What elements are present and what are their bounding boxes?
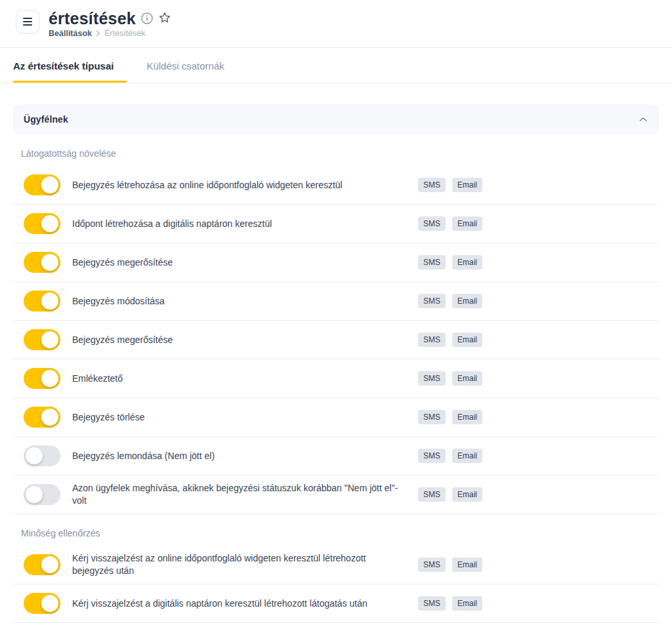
channel-badges: SMSEmail bbox=[418, 487, 482, 502]
notification-row: Bejegyzés módosításaSMSEmail bbox=[13, 282, 659, 321]
channel-badge-email: Email bbox=[452, 487, 482, 502]
channel-badge-sms: SMS bbox=[418, 294, 446, 308]
tab-bar: Az értesítések típusai Küldési csatornák bbox=[0, 48, 672, 83]
notification-groups: Látogatottság növeléseBejegyzés létrehoz… bbox=[13, 148, 659, 623]
title-block: értesítések Beállítások Értesítések bbox=[49, 10, 171, 38]
channel-badge-email: Email bbox=[452, 557, 482, 572]
notification-row-label: Bejegyzés megerősítése bbox=[72, 256, 405, 269]
breadcrumb: Beállítások Értesítések bbox=[49, 29, 171, 38]
notification-row: Azon ügyfelek meghívása, akiknek bejegyz… bbox=[13, 475, 659, 514]
toggle-switch[interactable] bbox=[24, 484, 60, 505]
section-header-clients[interactable]: Ügyfélnek bbox=[13, 104, 659, 134]
notification-row: Bejegyzés lemondása (Nem jött el)SMSEmai… bbox=[13, 437, 659, 475]
toggle-switch[interactable] bbox=[24, 174, 60, 195]
toggle-switch[interactable] bbox=[24, 445, 60, 466]
channel-badge-email: Email bbox=[452, 178, 482, 192]
hamburger-menu-button[interactable] bbox=[16, 10, 39, 33]
channel-badge-sms: SMS bbox=[418, 178, 446, 192]
notification-row-label: Kérj visszajelzést az online időpontfogl… bbox=[72, 552, 405, 577]
notification-row-label: Azon ügyfelek meghívása, akiknek bejegyz… bbox=[72, 482, 405, 507]
notification-row-label: Kérj visszajelzést a digitális naptáron … bbox=[72, 597, 405, 610]
channel-badges: SMSEmail bbox=[418, 178, 482, 192]
toggle-switch[interactable] bbox=[24, 291, 60, 312]
breadcrumb-current: Értesítések bbox=[104, 29, 146, 38]
toggle-knob bbox=[41, 331, 58, 348]
toggle-knob bbox=[26, 486, 43, 503]
toggle-knob bbox=[41, 556, 58, 573]
tab-notification-types[interactable]: Az értesítések típusai bbox=[13, 48, 127, 83]
toggle-knob bbox=[41, 215, 58, 232]
toggle-switch[interactable] bbox=[24, 329, 60, 350]
toggle-knob bbox=[41, 409, 58, 426]
notification-row-label: Bejegyzés létrehozása az online időpontf… bbox=[72, 179, 405, 192]
channel-badge-email: Email bbox=[452, 449, 482, 463]
notification-row: Bejegyzés megerősítéseSMSEmail bbox=[13, 243, 659, 282]
channel-badges: SMSEmail bbox=[418, 596, 482, 611]
notification-row-label: Bejegyzés törlése bbox=[72, 411, 405, 424]
hamburger-icon bbox=[23, 18, 32, 19]
page-title: értesítések bbox=[49, 10, 136, 27]
channel-badge-sms: SMS bbox=[418, 333, 446, 347]
channel-badge-email: Email bbox=[452, 255, 482, 270]
toggle-switch[interactable] bbox=[24, 213, 60, 234]
toggle-switch[interactable] bbox=[24, 368, 60, 389]
notification-row: Bejegyzés törléseSMSEmail bbox=[13, 398, 659, 437]
channel-badge-sms: SMS bbox=[418, 596, 446, 611]
channel-badge-sms: SMS bbox=[418, 557, 446, 572]
chevron-up-icon bbox=[639, 117, 647, 122]
channel-badge-sms: SMS bbox=[418, 216, 446, 231]
channel-badges: SMSEmail bbox=[418, 294, 482, 308]
toggle-knob bbox=[41, 293, 58, 310]
notification-row: Kérj visszajelzést a digitális naptáron … bbox=[13, 584, 659, 623]
page-header: értesítések Beállítások Értesítések bbox=[0, 0, 672, 47]
breadcrumb-parent[interactable]: Beállítások bbox=[49, 29, 92, 38]
channel-badge-email: Email bbox=[452, 333, 482, 347]
toggle-knob bbox=[41, 595, 58, 612]
notification-row-label: Időpont létrehozása a digitális naptáron… bbox=[72, 218, 405, 230]
notification-row: Kérj visszajelzést az online időpontfogl… bbox=[13, 546, 659, 584]
toggle-switch[interactable] bbox=[24, 554, 60, 575]
notification-row-label: Bejegyzés módosítása bbox=[72, 295, 405, 308]
toggle-knob bbox=[26, 447, 43, 464]
notification-row-label: Bejegyzés megerősítése bbox=[72, 334, 405, 346]
toggle-switch[interactable] bbox=[24, 407, 60, 428]
main-content: Ügyfélnek Látogatottság növeléseBejegyzé… bbox=[0, 104, 672, 623]
toggle-switch[interactable] bbox=[24, 252, 60, 273]
channel-badge-email: Email bbox=[452, 371, 482, 386]
notification-row: Bejegyzés megerősítéseSMSEmail bbox=[13, 321, 659, 359]
group-label: Minőség ellenőrzés bbox=[21, 528, 659, 538]
info-icon[interactable] bbox=[141, 12, 153, 24]
channel-badge-email: Email bbox=[452, 216, 482, 231]
toggle-switch[interactable] bbox=[24, 593, 60, 614]
notification-row: EmlékeztetőSMSEmail bbox=[13, 359, 659, 398]
channel-badge-sms: SMS bbox=[418, 487, 446, 502]
channel-badges: SMSEmail bbox=[418, 255, 482, 270]
toggle-knob bbox=[41, 370, 58, 387]
channel-badge-email: Email bbox=[452, 596, 482, 611]
channel-badges: SMSEmail bbox=[418, 449, 482, 463]
channel-badges: SMSEmail bbox=[418, 333, 482, 347]
toggle-knob bbox=[41, 176, 58, 193]
notification-row-label: Emlékeztető bbox=[72, 373, 405, 385]
chevron-right-icon bbox=[96, 30, 100, 37]
channel-badges: SMSEmail bbox=[418, 371, 482, 386]
notification-row: Időpont létrehozása a digitális naptáron… bbox=[13, 205, 659, 243]
notification-row-label: Bejegyzés lemondása (Nem jött el) bbox=[72, 450, 405, 462]
channel-badge-sms: SMS bbox=[418, 255, 446, 270]
section-title: Ügyfélnek bbox=[24, 114, 68, 125]
channel-badge-email: Email bbox=[452, 410, 482, 424]
channel-badges: SMSEmail bbox=[418, 410, 482, 424]
tab-sending-channels[interactable]: Küldési csatornák bbox=[146, 48, 237, 83]
channel-badges: SMSEmail bbox=[418, 557, 482, 572]
channel-badge-sms: SMS bbox=[418, 371, 446, 386]
channel-badges: SMSEmail bbox=[418, 216, 482, 231]
group-label: Látogatottság növelése bbox=[21, 148, 659, 159]
channel-badge-sms: SMS bbox=[418, 449, 446, 463]
toggle-knob bbox=[41, 254, 58, 271]
channel-badge-email: Email bbox=[452, 294, 482, 308]
notification-row: Bejegyzés létrehozása az online időpontf… bbox=[13, 166, 659, 205]
channel-badge-sms: SMS bbox=[418, 410, 446, 424]
star-icon[interactable] bbox=[158, 11, 171, 24]
